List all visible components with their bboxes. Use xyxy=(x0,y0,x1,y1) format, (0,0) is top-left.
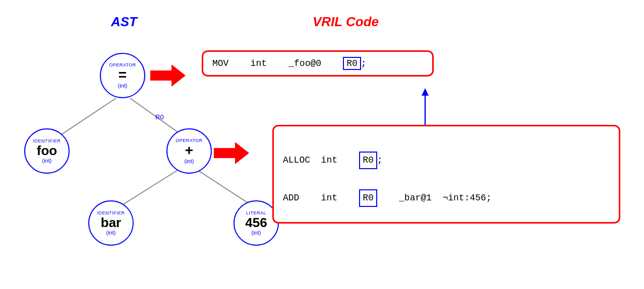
vril-bottom-line2-prefix: ADD int xyxy=(283,191,359,205)
svg-marker-6 xyxy=(150,64,186,87)
svg-marker-7 xyxy=(214,142,249,164)
node-plus-main: + xyxy=(185,143,193,158)
node-bar-type: (int) xyxy=(106,230,116,236)
vril-top-reg: R0 xyxy=(343,57,361,70)
node-equals-type: (int) xyxy=(118,83,128,89)
svg-line-0 xyxy=(55,98,116,138)
node-foo: IDENTIFIER foo (int) xyxy=(24,128,70,174)
vril-box-top: MOV int _foo@0 R0; xyxy=(202,50,434,77)
node-plus-type: (int) xyxy=(185,158,194,164)
svg-marker-5 xyxy=(422,88,429,96)
vril-box-bottom: ALLOC int R0; ADD int R0 _bar@1 ¬int:456… xyxy=(272,125,620,224)
vril-title: VRIL Code xyxy=(313,14,379,30)
node-lit-type: (int) xyxy=(252,230,261,236)
node-foo-type: (int) xyxy=(42,158,52,164)
svg-line-2 xyxy=(116,170,178,209)
vril-bottom-line2: ADD int R0 _bar@1 ¬int:456; xyxy=(283,189,610,207)
node-lit-main: 456 xyxy=(245,216,267,229)
node-bar: IDENTIFIER bar (int) xyxy=(88,200,134,246)
vril-bottom-line1-prefix: ALLOC int xyxy=(283,153,359,168)
vril-top-suffix: ; xyxy=(361,58,367,68)
red-arrow-bottom xyxy=(214,142,249,164)
vril-bottom-line2-reg: R0 xyxy=(359,189,377,207)
ast-title: AST xyxy=(111,14,137,30)
node-plus: OPERATOR + (int) xyxy=(166,128,212,174)
vril-bottom-line2-suffix: _bar@1 ¬int:456; xyxy=(377,191,492,205)
vril-bottom-line1-suffix: ; xyxy=(377,153,383,168)
vril-top-prefix: MOV int _foo@0 xyxy=(212,58,343,68)
node-bar-main: bar xyxy=(101,216,121,229)
vril-bottom-line1: ALLOC int R0; xyxy=(283,152,610,169)
red-arrow-top xyxy=(150,64,186,87)
node-foo-main: foo xyxy=(37,144,57,157)
node-equals-main: = xyxy=(119,68,127,82)
r0-edge-label: R0 xyxy=(155,113,164,121)
vril-bottom-line1-reg: R0 xyxy=(359,152,377,169)
node-equals: OPERATOR = (int) xyxy=(100,53,145,98)
